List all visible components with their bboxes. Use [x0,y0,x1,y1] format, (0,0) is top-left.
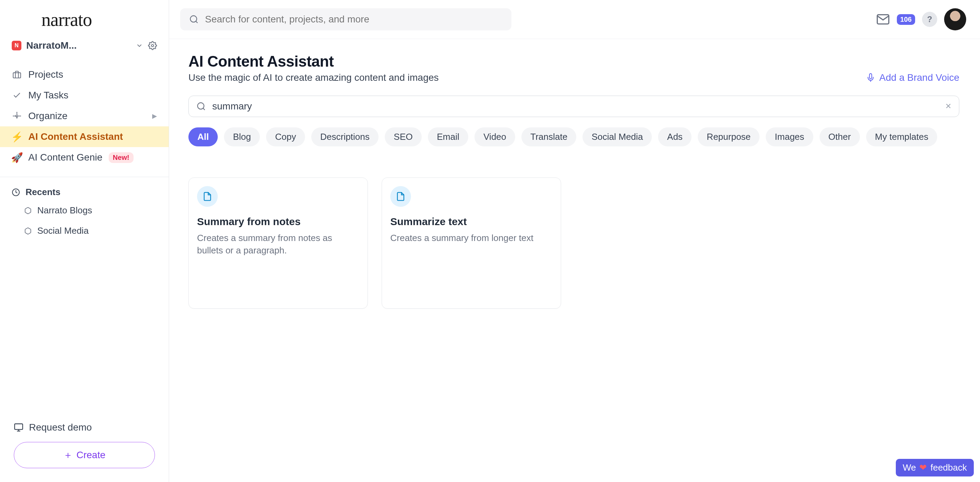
card-description: Creates a summary from longer text [390,232,552,244]
main-area: 106 ? AI Content Assistant Use the magic… [169,0,980,482]
nav-label: Organize [28,110,68,121]
template-search[interactable]: ✕ [188,96,959,117]
template-search-input[interactable] [212,101,939,112]
nav-projects[interactable]: Projects [0,64,169,85]
recents-item-label: Narrato Blogs [37,205,92,216]
create-label: Create [76,450,105,461]
topbar: 106 ? [169,0,980,39]
nav-label: AI Content Genie [28,152,102,163]
nav-organize[interactable]: Organize ▶ [0,106,169,126]
feedback-button[interactable]: We ❤ feedback [896,459,974,476]
recents-header: Recents [0,180,169,200]
category-chip[interactable]: Ads [658,128,692,147]
notification-count-badge[interactable]: 106 [897,14,915,25]
category-chip[interactable]: Copy [266,128,305,147]
microphone-icon [866,73,875,82]
svg-point-7 [191,16,197,22]
clock-icon [12,188,20,196]
document-icon [390,186,411,207]
new-badge: New! [109,152,134,163]
settings-icon [12,111,22,121]
nav-label: AI Content Assistant [28,131,123,142]
workspace-initial-badge: N [12,41,21,50]
monitor-icon [14,423,24,432]
template-cards: Summary from notesCreates a summary from… [188,177,959,309]
search-icon [189,14,199,24]
chevron-down-icon[interactable] [135,42,143,49]
recents-item[interactable]: Narrato Blogs [0,200,169,220]
request-demo-label: Request demo [29,422,92,433]
global-search[interactable] [180,8,511,30]
check-icon [12,90,22,101]
briefcase-icon [12,69,22,80]
svg-rect-1 [13,73,21,78]
cube-icon [24,227,32,235]
sidebar: narrato N NarratoM... Projects My Tasks [0,0,169,482]
category-chip[interactable]: Blog [224,128,260,147]
svg-line-8 [196,21,197,23]
feedback-pre: We [903,462,916,473]
gear-icon[interactable] [148,41,157,50]
workspace-name: NarratoM... [26,40,131,51]
category-chip[interactable]: SEO [385,128,422,147]
caret-right-icon: ▶ [152,112,157,120]
category-chip[interactable]: Images [766,128,813,147]
card-description: Creates a summary from notes as bullets … [197,232,359,257]
nav-label: My Tasks [28,90,68,101]
feedback-post: feedback [930,462,967,473]
brand-voice-label: Add a Brand Voice [879,72,959,83]
recents-item[interactable]: Social Media [0,220,169,241]
recents-item-label: Social Media [37,225,89,236]
category-chip[interactable]: Social Media [582,128,652,147]
help-button[interactable]: ? [922,12,937,27]
clear-search-button[interactable]: ✕ [945,102,951,111]
lightning-icon: ⚡ [12,132,22,142]
search-icon [196,102,206,111]
rocket-icon: 🚀 [12,152,22,163]
divider [0,177,169,177]
content-area: AI Content Assistant Use the magic of AI… [169,39,980,309]
template-card[interactable]: Summarize textCreates a summary from lon… [382,177,561,309]
svg-rect-4 [14,424,22,429]
category-chip[interactable]: All [188,128,218,147]
user-avatar[interactable] [944,8,966,30]
cube-icon [24,207,32,214]
add-brand-voice-button[interactable]: Add a Brand Voice [866,72,959,83]
plus-icon: ＋ [63,448,73,461]
workspace-switcher[interactable]: N NarratoM... [0,37,169,57]
nav-mytasks[interactable]: My Tasks [0,85,169,106]
recents-label: Recents [25,187,60,198]
category-chip[interactable]: Translate [522,128,576,147]
document-icon [197,186,218,207]
heart-icon: ❤ [919,462,927,473]
nav-label: Projects [28,69,63,80]
nav-ai-content-genie[interactable]: 🚀 AI Content Genie New! [0,147,169,168]
primary-nav: Projects My Tasks Organize ▶ ⚡ AI Conten… [0,57,169,168]
global-search-input[interactable] [205,14,503,25]
svg-point-10 [198,103,204,109]
category-chip[interactable]: Email [428,128,468,147]
category-chip[interactable]: My templates [866,128,937,147]
category-chips: AllBlogCopyDescriptionsSEOEmailVideoTran… [188,128,959,147]
card-title: Summarize text [390,216,552,228]
create-button[interactable]: ＋ Create [14,442,155,468]
svg-line-11 [203,108,205,110]
nav-ai-content-assistant[interactable]: ⚡ AI Content Assistant [0,126,169,147]
category-chip[interactable]: Repurpose [698,128,759,147]
page-title: AI Content Assistant [188,53,439,70]
card-title: Summary from notes [197,216,359,228]
mail-icon[interactable] [876,13,890,26]
request-demo-link[interactable]: Request demo [14,422,155,433]
category-chip[interactable]: Descriptions [311,128,379,147]
template-card[interactable]: Summary from notesCreates a summary from… [188,177,368,309]
category-chip[interactable]: Video [474,128,515,147]
svg-point-0 [151,45,154,47]
page-subtitle: Use the magic of AI to create amazing co… [188,72,439,83]
brand-logo: narrato [0,0,169,37]
category-chip[interactable]: Other [819,128,860,147]
